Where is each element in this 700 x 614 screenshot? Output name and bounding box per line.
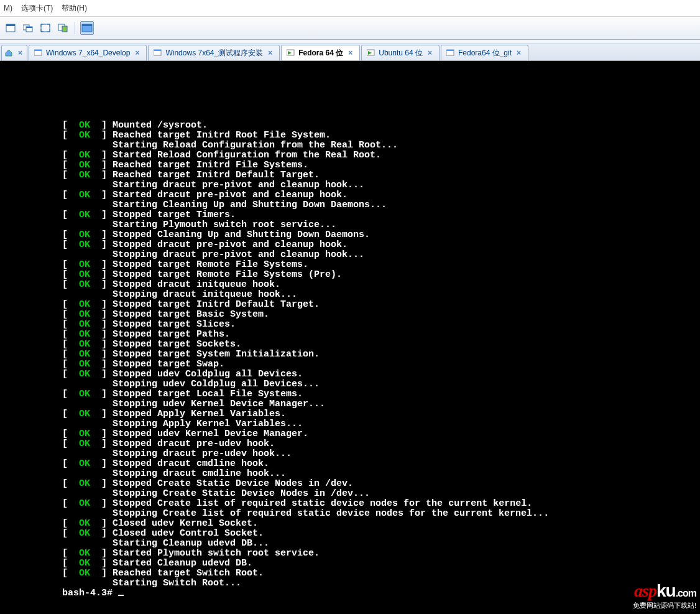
svg-rect-7: [62, 26, 67, 32]
close-icon[interactable]: ×: [426, 49, 434, 57]
tab-win7-develop[interactable]: Windows 7_x64_Develop ×: [29, 45, 147, 60]
svg-rect-9: [82, 24, 92, 26]
tab-label: Ubuntu 64 位: [379, 48, 423, 58]
vm-running-icon: [367, 49, 375, 57]
tabstrip: × Windows 7_x64_Develop × Windows 7x64_测…: [0, 44, 700, 61]
tab-label: Fedora 64 位: [298, 48, 343, 58]
tab-fedora[interactable]: Fedora 64 位 ×: [281, 45, 360, 60]
tab-home[interactable]: ×: [1, 45, 27, 60]
vm-icon: [446, 49, 455, 57]
tab-ubuntu[interactable]: Ubuntu 64 位 ×: [361, 45, 440, 60]
home-icon: [4, 49, 13, 57]
toolbar-spacer: [0, 40, 700, 44]
vm-console[interactable]: [ OK ] Mounted /sysroot. [ OK ] Reached …: [0, 61, 700, 614]
svg-rect-13: [154, 50, 161, 51]
unity-button[interactable]: [56, 21, 70, 35]
tab-label: Windows 7_x64_Develop: [46, 49, 130, 57]
menu-m[interactable]: M): [4, 4, 12, 12]
svg-rect-1: [6, 24, 15, 26]
vm-running-icon: [287, 49, 295, 57]
menu-help[interactable]: 帮助(H): [62, 3, 87, 14]
svg-rect-19: [446, 50, 454, 51]
menu-tabs[interactable]: 选项卡(T): [21, 3, 53, 14]
vm-icon: [154, 49, 162, 57]
multi-window-button[interactable]: [21, 21, 35, 35]
toolbar: [0, 17, 700, 40]
fullscreen-button[interactable]: [39, 21, 52, 35]
svg-rect-4: [26, 27, 32, 28]
tab-fedora-git[interactable]: Fedora64 位_git ×: [441, 45, 528, 60]
tab-label: Fedora64 位_git: [458, 48, 512, 58]
svg-rect-11: [34, 50, 42, 51]
tab-win7-test[interactable]: Windows 7x64_测试程序安装 ×: [148, 45, 280, 60]
terminal-output: [ OK ] Mounted /sysroot. [ OK ] Reached …: [0, 61, 700, 598]
close-icon[interactable]: ×: [133, 49, 141, 57]
toolbar-separator: [75, 22, 75, 34]
close-icon[interactable]: ×: [346, 49, 354, 57]
tab-label: Windows 7x64_测试程序安装: [165, 48, 263, 58]
snapshot-button[interactable]: [4, 21, 17, 35]
svg-rect-5: [41, 24, 50, 32]
menubar: M) 选项卡(T) 帮助(H): [0, 0, 700, 17]
close-icon[interactable]: ×: [266, 49, 274, 57]
vm-icon: [34, 49, 43, 57]
close-icon[interactable]: ×: [515, 49, 523, 57]
close-icon[interactable]: ×: [16, 49, 24, 57]
console-view-button[interactable]: [80, 21, 94, 35]
